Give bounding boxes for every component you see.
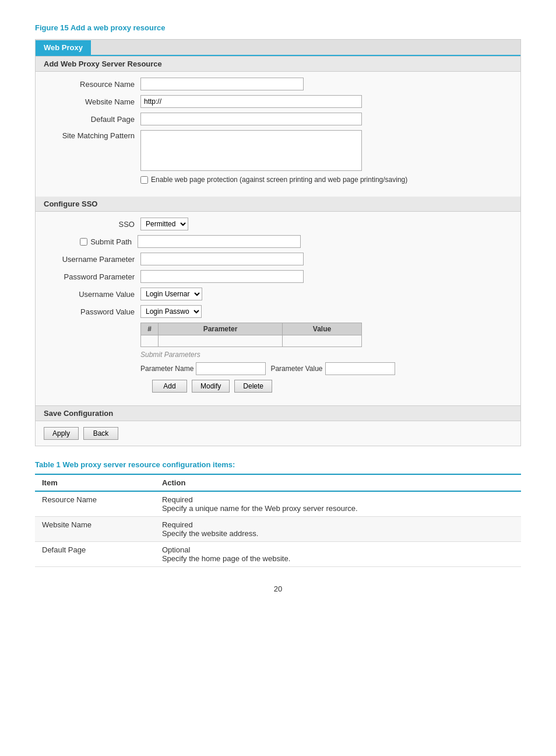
- site-matching-label: Site Matching Pattern: [47, 130, 140, 171]
- row-item: Website Name: [35, 517, 155, 542]
- params-table: # Parameter Value: [140, 323, 362, 347]
- col-action: Action: [155, 474, 521, 491]
- username-param-row: Username Parameter: [47, 253, 509, 265]
- back-button[interactable]: Back: [83, 427, 118, 440]
- default-page-label: Default Page: [47, 115, 140, 124]
- table-caption: Table 1 Web proxy server resource config…: [35, 460, 521, 469]
- web-proxy-tab[interactable]: Web Proxy: [36, 40, 91, 55]
- password-param-row: Password Parameter: [47, 270, 509, 283]
- default-page-input[interactable]: [140, 113, 362, 125]
- default-page-row: Default Page: [47, 113, 509, 125]
- action-line1: Required: [162, 495, 514, 504]
- add-modify-delete-row: Add Modify Delete: [152, 380, 509, 393]
- form-area: Resource Name Website Name Default Page …: [36, 72, 520, 197]
- password-value-row: Password Value Login Passwo: [47, 305, 509, 318]
- table-row: [141, 335, 362, 347]
- website-name-row: Website Name: [47, 95, 509, 108]
- submit-path-input[interactable]: [138, 235, 301, 248]
- col-item: Item: [35, 474, 155, 491]
- username-param-input[interactable]: [140, 253, 304, 265]
- resource-name-input[interactable]: [140, 78, 304, 90]
- password-value-select[interactable]: Login Passwo: [140, 305, 202, 318]
- modify-button[interactable]: Modify: [192, 380, 230, 393]
- page-number: 20: [35, 584, 521, 593]
- website-name-input[interactable]: [140, 95, 362, 108]
- param-name-input[interactable]: [196, 362, 266, 375]
- table-row: Resource Name Required Specify a unique …: [35, 491, 521, 517]
- action-line1: Optional: [162, 545, 514, 554]
- row-action: Optional Specify the home page of the we…: [155, 542, 521, 567]
- sso-label: SSO: [47, 220, 140, 229]
- sso-select[interactable]: Permitted Disabled: [140, 218, 188, 230]
- password-param-label: Password Parameter: [47, 272, 140, 281]
- apply-button[interactable]: Apply: [44, 427, 79, 440]
- delete-button[interactable]: Delete: [234, 380, 272, 393]
- param-value-input[interactable]: [325, 362, 395, 375]
- add-button[interactable]: Add: [152, 380, 187, 393]
- submit-path-row: Submit Path: [47, 235, 509, 248]
- password-value-label: Password Value: [47, 307, 140, 316]
- save-config-buttons: Apply Back: [36, 421, 520, 446]
- web-proxy-panel: Web Proxy Add Web Proxy Server Resource …: [35, 39, 521, 446]
- param-value-label: Parameter Value: [270, 365, 322, 373]
- row-action: Required Specify the website address.: [155, 517, 521, 542]
- table-row: Default Page Optional Specify the home p…: [35, 542, 521, 567]
- tab-bar: Web Proxy: [36, 40, 520, 56]
- add-resource-header: Add Web Proxy Server Resource: [36, 56, 520, 72]
- action-line1: Required: [162, 520, 514, 529]
- site-matching-row: Site Matching Pattern: [47, 130, 509, 171]
- params-col-parameter: Parameter: [159, 323, 283, 335]
- action-line2: Specify the website address.: [162, 529, 514, 538]
- action-line2: Specify a unique name for the Web proxy …: [162, 504, 514, 513]
- protection-checkbox-row: Enable web page protection (against scre…: [140, 176, 509, 184]
- param-name-label: Parameter Name: [140, 365, 193, 373]
- website-name-label: Website Name: [47, 97, 140, 106]
- username-param-label: Username Parameter: [47, 255, 140, 264]
- figure-caption: Figure 15 Add a web proxy resource: [35, 23, 521, 32]
- params-col-value: Value: [282, 323, 361, 335]
- save-config-header: Save Configuration: [36, 405, 520, 421]
- resource-name-label: Resource Name: [47, 80, 140, 89]
- protection-label: Enable web page protection (against scre…: [151, 176, 407, 184]
- resource-name-row: Resource Name: [47, 78, 509, 90]
- row-item: Resource Name: [35, 491, 155, 517]
- sso-form-area: SSO Permitted Disabled Submit Path Usern…: [36, 212, 520, 405]
- submit-path-label: Submit Path: [90, 237, 132, 246]
- row-item: Default Page: [35, 542, 155, 567]
- protection-checkbox[interactable]: [140, 176, 148, 184]
- row-action: Required Specify a unique name for the W…: [155, 491, 521, 517]
- action-line2: Specify the home page of the website.: [162, 554, 514, 563]
- username-value-select[interactable]: Login Usernar: [140, 288, 202, 300]
- username-value-row: Username Value Login Usernar: [47, 288, 509, 300]
- submit-path-checkbox[interactable]: [80, 238, 87, 246]
- submit-params-label: Submit Parameters: [140, 351, 509, 359]
- site-matching-textarea[interactable]: [140, 130, 362, 171]
- username-value-label: Username Value: [47, 290, 140, 299]
- configure-sso-header: Configure SSO: [36, 197, 520, 212]
- params-col-hash: #: [141, 323, 159, 335]
- sso-row: SSO Permitted Disabled: [47, 218, 509, 230]
- table-row: Website Name Required Specify the websit…: [35, 517, 521, 542]
- password-param-input[interactable]: [140, 270, 304, 283]
- param-name-value-row: Parameter Name Parameter Value: [140, 362, 509, 375]
- config-table: Item Action Resource Name Required Speci…: [35, 474, 521, 567]
